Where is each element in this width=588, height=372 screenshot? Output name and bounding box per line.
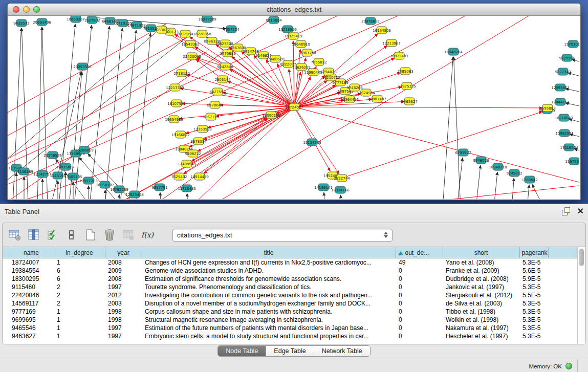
table-cell[interactable]: Stergiakouli et al. (2012) (443, 291, 519, 299)
table-cell[interactable]: Structural magnetic resonance image aver… (142, 316, 396, 324)
directed-edge-red[interactable] (8, 37, 187, 141)
table-row[interactable]: 946554611997Estimation of the future num… (3, 324, 577, 332)
table-vertical-scrollbar[interactable] (577, 247, 585, 344)
table-cell[interactable]: Changes of HCN gene expression and I(f) … (142, 258, 396, 267)
close-window-button[interactable] (13, 6, 19, 13)
table-cell[interactable]: Tibbo et al. (1998) (443, 308, 519, 316)
close-panel-icon[interactable]: ✕ (577, 207, 584, 215)
table-cell[interactable]: 0 (396, 291, 443, 299)
table-row[interactable]: 1830029562008Estimation of significance … (3, 275, 577, 283)
column-header-year[interactable]: year (105, 247, 142, 258)
directed-edge-black[interactable] (532, 184, 544, 199)
directed-edge-black[interactable] (120, 30, 136, 199)
directed-edge-red[interactable] (342, 112, 542, 178)
table-cell[interactable]: 9777169 (9, 308, 54, 316)
tab-edge-table[interactable]: Edge Table (266, 346, 314, 356)
zoom-window-button[interactable] (33, 6, 40, 13)
table-cell[interactable]: 5.6E-5 (519, 267, 548, 275)
directed-edge-black[interactable] (8, 37, 187, 190)
window-titlebar[interactable]: citations_edges.txt (8, 4, 580, 16)
table-cell[interactable]: Wolkin et al. (1998) (443, 316, 519, 324)
table-row[interactable]: 1938455462009Genome-wide association stu… (3, 267, 577, 275)
table-cell[interactable]: 5.3E-5 (519, 332, 548, 340)
table-cell[interactable]: 2012 (105, 291, 142, 299)
table-cell[interactable]: Estimation of the future numbers of pati… (142, 324, 396, 332)
table-cell[interactable]: 0 (396, 267, 443, 275)
new-table-icon[interactable] (83, 228, 98, 242)
table-cell[interactable]: 1 (54, 308, 105, 316)
directed-edge-black[interactable] (341, 195, 341, 199)
table-cell[interactable]: 9699695 (9, 316, 54, 324)
table-row[interactable]: 911546021997Tourette syndrome. Phenomeno… (3, 283, 577, 291)
table-cell[interactable]: 49 (396, 258, 443, 267)
table-cell[interactable]: Estimation of significance thresholds fo… (142, 275, 396, 283)
table-cell[interactable]: 2009 (105, 267, 142, 275)
column-header-in_degree[interactable]: in_degree (54, 247, 105, 258)
table-cell[interactable]: Corpus callosum shape and size in male p… (142, 308, 396, 316)
table-settings-icon[interactable] (8, 228, 22, 242)
table-cell[interactable]: Jankovic et al. (1997) (443, 283, 519, 291)
minimize-window-button[interactable] (23, 6, 30, 13)
table-cell[interactable]: Embryonic stem cells: a model to study s… (142, 332, 396, 340)
table-cell[interactable]: Hescheler et al. (1997) (443, 332, 519, 340)
table-cell[interactable]: Dudbridge et al. (2008) (443, 275, 519, 283)
table-cell[interactable]: 1 (54, 324, 105, 332)
select-columns-icon[interactable] (46, 228, 60, 242)
table-cell[interactable]: Tourette syndrome. Phenomenology and cla… (142, 283, 396, 291)
table-cell[interactable]: 2008 (105, 275, 142, 283)
table-cell[interactable]: 19384554 (9, 267, 54, 275)
table-cell[interactable]: 5.5E-5 (519, 291, 548, 299)
table-row[interactable]: 1872400712008Changes of HCN gene express… (3, 258, 577, 267)
table-cell[interactable]: 5.3E-5 (519, 308, 548, 316)
tab-network-table[interactable]: Network Table (314, 346, 370, 356)
table-cell[interactable]: Disruption of a novel member of a sodium… (142, 299, 396, 308)
column-header-out_de[interactable]: out_de... (396, 247, 443, 258)
directed-edge-black[interactable] (324, 192, 325, 199)
table-cell[interactable]: 2003 (105, 299, 142, 308)
table-cell[interactable]: 9463627 (9, 332, 54, 340)
directed-edge-black[interactable] (443, 57, 453, 199)
directed-edge-red[interactable] (208, 107, 294, 128)
table-cell[interactable]: 1 (54, 258, 105, 267)
table-cell[interactable]: 0 (396, 308, 443, 316)
tab-node-table[interactable]: Node Table (218, 346, 266, 356)
table-cell[interactable]: 2 (54, 291, 105, 299)
table-cell[interactable]: Franke et al. (2009) (443, 267, 519, 275)
directed-edge-black[interactable] (160, 192, 161, 199)
memory-status-indicator[interactable] (565, 363, 572, 369)
table-cell[interactable]: 5.3E-5 (519, 324, 548, 332)
table-cell[interactable]: 9465546 (9, 324, 54, 332)
show-columns-icon[interactable] (27, 228, 41, 242)
directed-edge-red[interactable] (293, 41, 294, 107)
network-canvas[interactable]: 9435572206914061065326715276026466140107… (8, 16, 579, 199)
directed-edge-red[interactable] (110, 107, 294, 199)
column-header-pagerank[interactable]: pagerank (519, 247, 548, 258)
column-header-name[interactable]: name (9, 247, 54, 258)
function-builder-icon[interactable]: f(x) (140, 228, 155, 242)
scrollbar-thumb[interactable] (579, 249, 584, 266)
directed-edge-black[interactable] (527, 185, 529, 199)
table-row[interactable]: 1456911722003Disruption of a novel membe… (3, 299, 577, 308)
table-cell[interactable]: 1997 (105, 324, 142, 332)
directed-edge-black[interactable] (512, 178, 514, 199)
table-cell[interactable]: 1997 (105, 283, 142, 291)
table-cell[interactable]: 1 (54, 316, 105, 324)
table-cell[interactable]: Yano et al. (2008) (443, 258, 519, 267)
directed-edge-black[interactable] (476, 165, 481, 199)
table-cell[interactable]: Genome-wide association studies in ADHD. (142, 267, 396, 275)
table-cell[interactable]: 1997 (105, 332, 142, 340)
table-cell[interactable]: de Silva et al. (2003) (443, 299, 519, 308)
table-cell[interactable]: 1998 (105, 316, 142, 324)
table-row[interactable]: 2242004622012Investigating the contribut… (3, 291, 577, 299)
table-cell[interactable]: Investigating the contribution of common… (142, 291, 396, 299)
directed-edge-black[interactable] (453, 57, 461, 199)
table-cell[interactable]: 18300295 (9, 275, 54, 283)
table-cell[interactable]: 5.9E-5 (519, 275, 548, 283)
table-cell[interactable]: 6 (54, 267, 105, 275)
directed-edge-red[interactable] (294, 107, 542, 108)
directed-edge-black[interactable] (136, 33, 150, 199)
table-row[interactable]: 977716911998Corpus callosum shape and si… (3, 308, 577, 316)
table-cell[interactable]: 0 (396, 283, 443, 291)
table-cell[interactable]: 2 (54, 299, 105, 308)
table-row[interactable]: 969969511998Structural magnetic resonanc… (3, 316, 577, 324)
